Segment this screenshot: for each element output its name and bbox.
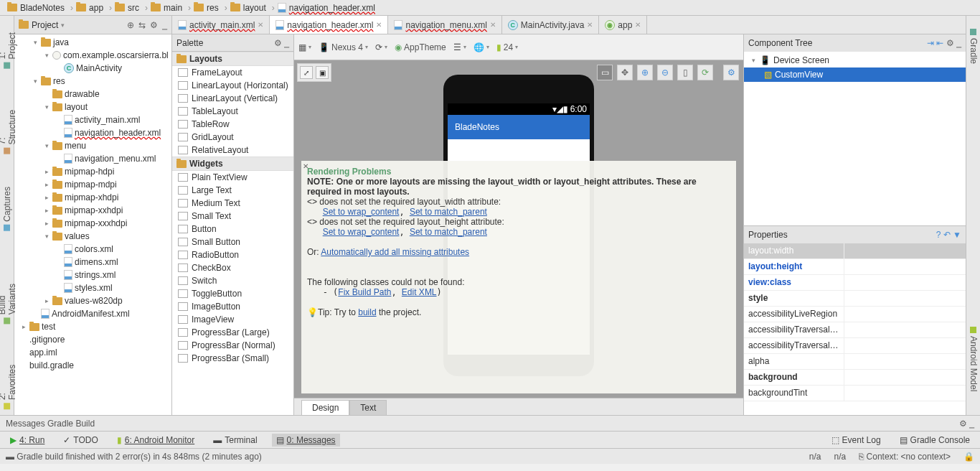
messages-tab[interactable]: ▤0: Messages [272, 434, 340, 447]
component-row-selected[interactable]: ▧CustomView [744, 67, 966, 82]
build-link[interactable]: build [358, 307, 376, 317]
pan-mode-button[interactable]: ✥ [617, 65, 633, 80]
hide-icon[interactable]: ⎯ [162, 20, 167, 30]
expand-icon[interactable]: ⇥ [927, 38, 934, 48]
theme-selector[interactable]: ◉ AppTheme [395, 42, 446, 52]
lock-icon[interactable]: 🔒 [963, 452, 974, 462]
tree-row[interactable]: ▸values-w820dp [14, 294, 171, 307]
filter-icon[interactable]: ▼ [953, 230, 961, 240]
close-icon[interactable]: ✕ [376, 21, 382, 29]
component-row[interactable]: ▾📱Device Screen [744, 53, 966, 67]
crumb[interactable]: main [146, 1, 189, 14]
messages-bar[interactable]: Messages Gradle Build ⚙ ⎯ [0, 415, 980, 431]
hide-icon[interactable]: ⎯ [969, 419, 974, 429]
palette-item[interactable]: Large Text [172, 184, 293, 197]
property-row[interactable]: layout:height [744, 259, 966, 275]
tree-row[interactable]: colors.xml [14, 243, 171, 256]
close-icon[interactable]: ✕ [587, 21, 593, 29]
properties-list[interactable]: layout:widthlayout:heightview:classstyle… [744, 243, 966, 415]
property-row[interactable]: accessibilityTraversalBefo [744, 338, 966, 354]
palette-item[interactable]: RelativeLayout [172, 144, 293, 157]
terminal-tab[interactable]: ▬Terminal [209, 434, 261, 447]
palette-item[interactable]: Small Text [172, 210, 293, 223]
gear-icon[interactable]: ⚙ [946, 38, 954, 48]
device-selector[interactable]: 📱 Nexus 4▾ [319, 42, 368, 52]
file-tab[interactable]: navigation_header.xml✕ [270, 16, 388, 34]
tree-row[interactable]: navigation_header.xml [14, 126, 171, 139]
palette-item[interactable]: Button [172, 223, 293, 236]
wrap-content-link[interactable]: Set to wrap_content [323, 207, 400, 217]
crumb[interactable]: app [72, 1, 110, 14]
zoom-fit-button[interactable]: ▯ [677, 65, 693, 80]
project-tree[interactable]: ▾java▾com.example.oscarsierra.blCMainAct… [14, 34, 171, 415]
api-selector[interactable]: ▮24▾ [496, 42, 518, 52]
file-tab[interactable]: CMainActivity.java✕ [502, 16, 599, 34]
todo-tab[interactable]: ✓TODO [59, 434, 102, 447]
side-tab-favorites[interactable]: 2: Favorites [0, 351, 19, 415]
tree-row[interactable]: styles.xml [14, 281, 171, 294]
auto-add-link[interactable]: Automatically add all missing attributes [321, 247, 469, 257]
tree-row[interactable]: CMainActivity [14, 62, 171, 75]
help-icon[interactable]: ? [936, 230, 941, 240]
crumb[interactable]: layout [226, 1, 273, 14]
tree-row[interactable]: build.gradle [14, 359, 171, 372]
gear-icon[interactable]: ⚙ [274, 38, 282, 48]
tree-row[interactable]: navigation_menu.xml [14, 152, 171, 165]
palette-toggle-button[interactable]: ▦▾ [298, 42, 311, 52]
close-icon[interactable]: ✕ [303, 162, 308, 170]
property-row[interactable]: view:class [744, 275, 966, 291]
collapse-icon[interactable]: ⇤ [936, 38, 943, 48]
tree-row[interactable]: ▸test [14, 320, 171, 333]
side-tab-project[interactable]: 1: Project [0, 19, 19, 75]
match-parent-link[interactable]: Set to match_parent [410, 227, 487, 237]
edit-xml-link[interactable]: Edit XML [402, 287, 437, 297]
tree-row[interactable]: drawable [14, 88, 171, 101]
side-tab-build-variants[interactable]: Build Variants [0, 258, 19, 330]
fix-build-path-link[interactable]: Fix Build Path [338, 287, 391, 297]
refresh-button[interactable]: ⟳ [697, 65, 713, 80]
palette-item[interactable]: ProgressBar (Normal) [172, 339, 293, 352]
palette-item[interactable]: LinearLayout (Horizontal) [172, 79, 293, 92]
file-tab[interactable]: ◉app✕ [599, 16, 647, 34]
palette-section[interactable]: Widgets [172, 157, 293, 171]
property-row[interactable]: accessibilityLiveRegion [744, 307, 966, 322]
palette-list[interactable]: LayoutsFrameLayoutLinearLayout (Horizont… [172, 52, 293, 415]
wrap-content-link[interactable]: Set to wrap_content [323, 227, 400, 237]
text-tab[interactable]: Text [349, 400, 387, 415]
tree-row[interactable]: activity_main.xml [14, 113, 171, 126]
palette-item[interactable]: Plain TextView [172, 171, 293, 184]
palette-section[interactable]: Layouts [172, 52, 293, 66]
file-tab[interactable]: navigation_menu.xml✕ [388, 16, 501, 34]
crumb[interactable]: src [110, 1, 146, 14]
palette-item[interactable]: RadioButton [172, 248, 293, 261]
crumb[interactable]: BladeNotes [3, 1, 72, 14]
design-tab[interactable]: Design [301, 400, 349, 415]
palette-item[interactable]: FrameLayout [172, 66, 293, 79]
file-tab[interactable]: activity_main.xml✕ [172, 16, 270, 34]
tree-row[interactable]: ▾menu [14, 139, 171, 152]
side-tab-gradle[interactable]: Gradle [967, 23, 980, 70]
crumb[interactable]: res [189, 1, 226, 14]
settings-gear-button[interactable]: ⚙ [723, 65, 739, 80]
crumb[interactable]: navigation_header.xml [273, 1, 382, 14]
palette-item[interactable]: LinearLayout (Vertical) [172, 92, 293, 105]
close-icon[interactable]: ✕ [490, 21, 496, 29]
tree-row[interactable]: ▸mipmap-xxxhdpi [14, 217, 171, 230]
palette-item[interactable]: TableRow [172, 118, 293, 131]
palette-item[interactable]: ImageView [172, 313, 293, 326]
globe-button[interactable]: 🌐▾ [473, 42, 489, 52]
tree-row[interactable]: .gitignore [14, 333, 171, 346]
tree-row[interactable]: ▾com.example.oscarsierra.bl [14, 49, 171, 62]
palette-item[interactable]: CheckBox [172, 261, 293, 274]
property-row[interactable]: alpha [744, 354, 966, 370]
palette-item[interactable]: ProgressBar (Large) [172, 326, 293, 339]
tree-row[interactable]: ▸mipmap-xhdpi [14, 191, 171, 204]
tree-row[interactable]: strings.xml [14, 269, 171, 281]
tree-row[interactable]: AndroidManifest.xml [14, 307, 171, 320]
zoom-in-button[interactable]: ⊕ [637, 65, 653, 80]
side-tab-captures[interactable]: Captures [1, 181, 14, 237]
palette-item[interactable]: Switch [172, 274, 293, 287]
tree-row[interactable]: ▾res [14, 75, 171, 88]
undo-icon[interactable]: ↶ [943, 230, 951, 240]
palette-item[interactable]: ImageButton [172, 300, 293, 313]
